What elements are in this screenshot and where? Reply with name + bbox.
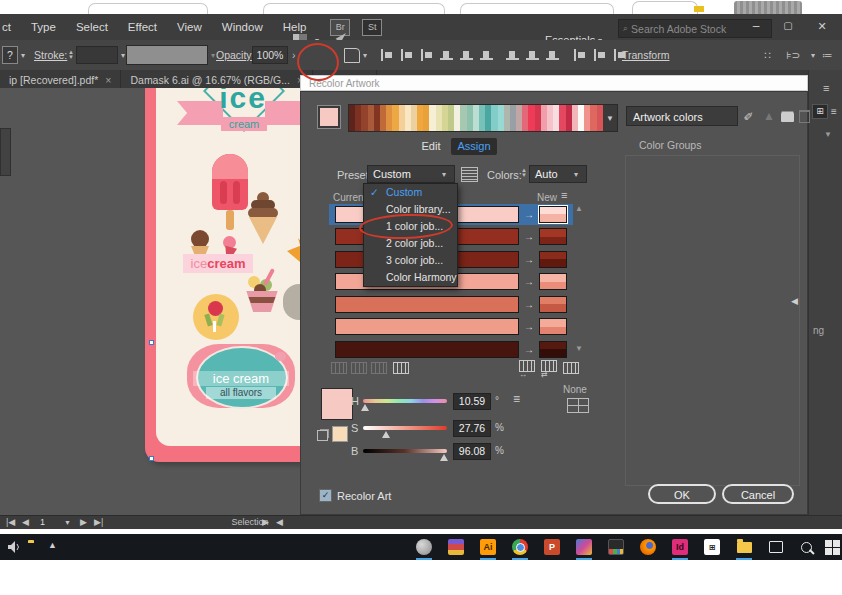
align-middle-icon[interactable] [460,49,473,61]
eyedropper-icon[interactable]: ✎ [742,111,756,121]
taskbar-task-view-icon[interactable] [768,539,784,555]
list-view-icon[interactable]: ≡ [831,106,837,117]
chevron-down-icon[interactable]: ▼ [824,130,832,139]
menu-window[interactable]: Window [212,21,273,33]
limit-library-icon[interactable] [567,398,589,413]
new-color-swatch[interactable] [539,341,567,358]
chevron-down-icon[interactable]: ▾ [211,51,215,60]
new-color-swatch[interactable] [539,251,567,268]
new-color-swatch[interactable] [539,206,567,223]
taskbar-powerpoint-icon[interactable]: P [544,539,560,555]
artboard-number[interactable]: 1 [40,517,45,528]
brightness-value[interactable]: 96.08 [453,443,491,460]
assign-row[interactable]: → [329,339,573,360]
scroll-down-icon[interactable]: ▼ [575,344,583,353]
prev-artboard-icon[interactable]: ◀ [22,517,29,528]
color-groups-list[interactable] [625,155,800,486]
colors-dropdown[interactable]: Auto▾ [529,165,587,183]
list-menu-icon[interactable]: ≡ [561,189,567,201]
brightness-slider[interactable] [363,449,447,453]
taskbar-illustrator-icon[interactable]: Ai [480,539,496,555]
panel-menu-icon[interactable]: ≡ [823,82,829,94]
taskbar-firefox-icon[interactable] [640,539,656,555]
menu-list-icon[interactable]: ≔ [822,47,833,63]
recolor-art-checkbox[interactable]: ✓ [319,489,332,502]
bridge-icon[interactable]: Br [330,19,350,36]
close-tab-icon[interactable]: × [105,74,111,86]
taskbar-chrome-icon[interactable] [512,539,528,555]
chevron-down-icon[interactable]: ▾ [121,51,125,60]
menu-item-1-color-job[interactable]: 1 color job... [364,218,457,235]
ok-button[interactable]: OK [648,484,716,504]
distribute-left-icon[interactable] [573,49,586,61]
saturation-slider[interactable] [363,426,447,430]
assign-row[interactable]: → [329,294,573,315]
distribute-middle-icon[interactable] [526,49,539,61]
menu-effect[interactable]: Effect [118,21,167,33]
slider-thumb[interactable] [361,404,369,411]
hsb-menu-icon[interactable]: ≡ [513,392,520,406]
stock-icon[interactable]: St [362,19,382,36]
minimize-button[interactable]: – [745,17,767,35]
menu-type[interactable]: Type [21,21,66,33]
first-artboard-icon[interactable]: |◀ [6,517,15,528]
distribute-top-icon[interactable] [506,49,519,61]
align-left-icon[interactable] [380,49,393,61]
saturation-value[interactable]: 27.76 [453,420,491,437]
tray-expand-icon[interactable]: ▲ [48,540,57,550]
assign-row[interactable]: → [329,317,573,338]
colors-stepper[interactable]: ▲▼ [521,168,527,178]
new-color-swatch[interactable] [539,296,567,313]
align-right-icon[interactable] [420,49,433,61]
artboard-dropdown-icon[interactable]: ▼ [64,517,71,528]
strip-color-chip[interactable] [597,105,603,131]
menu-item-color-harmony[interactable]: Color Harmony [364,269,457,286]
chevron-down-icon[interactable]: ▾ [363,51,367,60]
taskbar-ms-store-icon[interactable]: ⊞ [704,539,720,555]
hue-slider[interactable] [363,399,447,403]
preset-options-icon[interactable] [461,167,478,182]
new-color-swatch[interactable] [539,273,567,290]
current-color-bar[interactable] [335,341,519,358]
new-color-swatch[interactable] [539,318,567,335]
opacity-label[interactable]: Opacity: [216,47,255,63]
current-color-bar[interactable] [335,296,519,313]
taskbar-game-icon[interactable] [576,539,592,555]
menu-help[interactable]: Help [273,21,317,33]
taskbar-file-explorer-icon[interactable] [736,539,752,555]
menu-view[interactable]: View [167,21,212,33]
tab-assign[interactable]: Assign [451,138,497,155]
new-color-swatch[interactable] [539,228,567,245]
stroke-stepper[interactable]: ▲▼ [68,50,74,60]
chevron-down-icon[interactable]: ▼ [603,105,617,131]
hue-value[interactable]: 10.59 [453,393,491,410]
next-artboard-icon[interactable]: ▶ [80,517,87,528]
menu-select[interactable]: Select [66,21,118,33]
last-artboard-icon[interactable]: ▶| [94,517,103,528]
taskbar-media-player-icon[interactable] [608,539,624,555]
taskbar-windows-start-icon[interactable] [824,539,840,555]
taskbar-utility-icon[interactable] [416,539,432,555]
active-color-swatch[interactable] [317,105,341,129]
chevron-down-icon[interactable]: ▾ [808,47,818,63]
scroll-up-icon[interactable]: ▲ [575,204,583,213]
color-strip-control[interactable]: ▼ [348,104,618,132]
align-top-icon[interactable] [440,49,453,61]
distribute-center-icon[interactable] [593,49,606,61]
stroke-label[interactable]: Stroke: [34,47,67,63]
shape-properties-icon[interactable] [344,48,360,63]
thumbnail-view-icon[interactable]: ⊞ [812,104,828,119]
collapse-panel-icon[interactable]: ◀ [791,296,798,306]
current-color-bar[interactable] [335,318,519,335]
stroke-width-field[interactable] [76,46,118,64]
align-center-icon[interactable] [400,49,413,61]
more-options-arrow[interactable]: › [292,47,296,63]
close-button[interactable]: ✕ [811,17,833,35]
taskbar-winrar-icon[interactable] [448,539,464,555]
folder-icon[interactable] [781,111,794,125]
opacity-value[interactable]: 100% [252,46,288,64]
maximize-button[interactable]: ▢ [777,17,799,35]
find-color-icon[interactable] [563,362,579,374]
status-next-icon[interactable]: ▶ [262,517,269,528]
menu-item-3-color-job[interactable]: 3 color job... [364,252,457,269]
